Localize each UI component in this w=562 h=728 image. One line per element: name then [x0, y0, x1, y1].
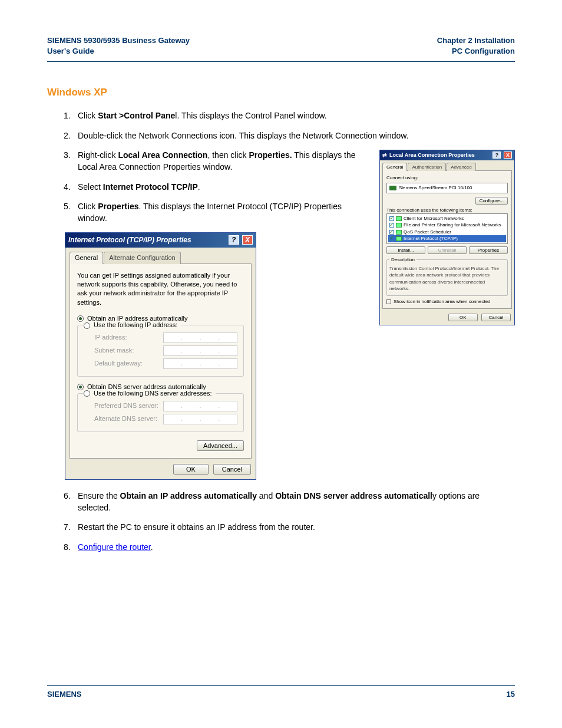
- step-6-text: Ensure the Obtain an IP address automati…: [78, 490, 515, 513]
- nic-icon: [389, 186, 396, 190]
- text: .: [151, 542, 153, 552]
- ok-button[interactable]: OK: [173, 464, 209, 475]
- step-7-text: Restart the PC to ensure it obtains an I…: [78, 522, 515, 533]
- dns-group: Use the following DNS server addresses: …: [77, 393, 244, 431]
- step-number: 1.: [64, 110, 78, 122]
- step-3-text: Right-click Local Area Connection, then …: [78, 150, 368, 173]
- footer-brand: SIEMENS: [47, 689, 82, 700]
- description-group: Description Transmission Control Protoco…: [386, 256, 508, 296]
- checkbox-icon[interactable]: [389, 230, 394, 235]
- steps-list: 1. Click Start >Control Panel. This disp…: [64, 110, 515, 141]
- properties-button[interactable]: Properties: [469, 246, 508, 254]
- intro-text: You can get IP settings assigned automat…: [77, 271, 244, 308]
- steps-list-3-5: 3. Right-click Local Area Connection, th…: [64, 150, 368, 224]
- step-4-text: Select Internet Protocol TCP/IP.: [78, 182, 368, 193]
- tab-authentication[interactable]: Authentication: [408, 163, 446, 171]
- lap-dialog: ⇄Local Area Connection Properties ? X Ge…: [379, 150, 515, 325]
- section-label: PC Configuration: [437, 46, 515, 57]
- doc-title: SIEMENS 5930/5935 Business Gateway: [47, 35, 190, 46]
- connection-items-list[interactable]: Client for Microsoft Networks File and P…: [386, 213, 508, 244]
- step-1-text: Click Start >Control Panel. This display…: [78, 110, 515, 122]
- list-item[interactable]: QoS Packet Scheduler: [404, 229, 451, 235]
- adapter-name: Siemens SpeedStream PCI 10/100: [399, 185, 472, 191]
- page-footer: SIEMENS 15: [47, 685, 515, 700]
- text: l. This displays the Control Panel windo…: [175, 111, 326, 120]
- chapter-label: Chapter 2 Installation: [437, 35, 515, 46]
- bold-text: Properties: [98, 202, 138, 211]
- component-icon: [396, 230, 402, 235]
- uninstall-button[interactable]: Uninstall: [428, 246, 467, 254]
- bold-text: Properties.: [249, 150, 292, 160]
- step-number: 4.: [64, 182, 78, 193]
- step-number: 2.: [64, 130, 78, 142]
- alternate-dns-input[interactable]: ...: [163, 414, 237, 424]
- configure-router-link[interactable]: Configure the router: [78, 542, 151, 552]
- connect-using-label: Connect using:: [386, 174, 508, 181]
- alternate-dns-label: Alternate DNS server:: [84, 414, 163, 423]
- step-number: 3.: [64, 150, 78, 173]
- bold-text: Obtain an IP address automatically: [120, 491, 257, 500]
- ip-address-group: Use the following IP address: IP address…: [77, 325, 244, 376]
- advanced-button[interactable]: Advanced...: [197, 440, 244, 451]
- section-title: Windows XP: [47, 85, 515, 100]
- component-icon: [396, 236, 402, 241]
- ip-address-label: IP address:: [84, 333, 163, 342]
- close-icon[interactable]: X: [504, 151, 512, 159]
- uses-items-label: This connection uses the following items…: [386, 207, 508, 213]
- notify-checkbox-label[interactable]: Show icon in notification area when conn…: [394, 298, 491, 305]
- bold-text: Start >Control Pane: [98, 111, 175, 120]
- ok-button[interactable]: OK: [448, 314, 478, 321]
- radio-icon[interactable]: [77, 315, 84, 322]
- step-number: 8.: [64, 542, 78, 554]
- text: Ensure the: [78, 491, 120, 500]
- help-icon[interactable]: ?: [492, 151, 501, 159]
- tab-advanced[interactable]: Advanced: [447, 163, 476, 171]
- text: Select: [78, 182, 103, 192]
- cancel-button[interactable]: Cancel: [213, 464, 251, 475]
- description-text: Transmission Control Protocol/Internet P…: [389, 265, 505, 292]
- tcpip-title: Internet Protocol (TCP/IP) Properties: [68, 235, 191, 245]
- radio-use-following-dns[interactable]: Use the following DNS server addresses:: [94, 389, 212, 398]
- subnet-mask-input[interactable]: ...: [163, 345, 237, 356]
- preferred-dns-input[interactable]: ...: [163, 401, 237, 411]
- tcpip-titlebar: Internet Protocol (TCP/IP) Properties ? …: [65, 233, 256, 248]
- help-icon[interactable]: ?: [229, 235, 239, 245]
- close-icon[interactable]: X: [242, 235, 253, 245]
- checkbox-icon[interactable]: [389, 216, 394, 221]
- default-gateway-input[interactable]: ...: [163, 358, 237, 369]
- list-item[interactable]: File and Printer Sharing for Microsoft N…: [404, 222, 501, 228]
- description-legend: Description: [389, 256, 416, 263]
- tab-general[interactable]: General: [382, 163, 407, 171]
- lap-titlebar: ⇄Local Area Connection Properties ? X: [380, 150, 514, 160]
- ip-address-input[interactable]: ...: [163, 332, 237, 343]
- tab-alternate-config[interactable]: Alternate Configuration: [104, 252, 181, 263]
- header-left: SIEMENS 5930/5935 Business Gateway User'…: [47, 35, 190, 57]
- text: Click: [78, 202, 98, 211]
- tcpip-dialog: Internet Protocol (TCP/IP) Properties ? …: [65, 232, 256, 480]
- adapter-field: Siemens SpeedStream PCI 10/100: [386, 183, 508, 193]
- lap-tab-body: Connect using: Siemens SpeedStream PCI 1…: [382, 170, 512, 309]
- checkbox-icon[interactable]: [389, 223, 394, 228]
- tab-general[interactable]: General: [70, 252, 103, 263]
- list-item-selected[interactable]: Internet Protocol (TCP/IP): [404, 236, 458, 242]
- radio-icon[interactable]: [84, 322, 90, 329]
- step-8-text: Configure the router.: [78, 542, 515, 554]
- checkbox-icon[interactable]: [386, 299, 391, 304]
- step-number: 7.: [64, 522, 78, 533]
- configure-button[interactable]: Configure...: [475, 197, 508, 205]
- cancel-button[interactable]: Cancel: [481, 314, 511, 321]
- step-number: 6.: [64, 490, 78, 513]
- component-icon: [396, 223, 402, 228]
- install-button[interactable]: Install...: [386, 246, 425, 254]
- preferred-dns-label: Preferred DNS server:: [84, 401, 163, 410]
- radio-icon[interactable]: [84, 390, 90, 397]
- bold-text: Internet Protocol TCP/IP: [103, 182, 198, 192]
- list-item[interactable]: Client for Microsoft Networks: [404, 216, 464, 222]
- step-2-text: Double-click the Network Connections ico…: [78, 130, 515, 142]
- page-number: 15: [507, 689, 515, 700]
- radio-icon[interactable]: [77, 384, 84, 390]
- radio-use-following-ip[interactable]: Use the following IP address:: [94, 321, 177, 330]
- component-icon: [396, 216, 402, 221]
- checkbox-icon[interactable]: [389, 236, 394, 241]
- text: .: [198, 182, 200, 192]
